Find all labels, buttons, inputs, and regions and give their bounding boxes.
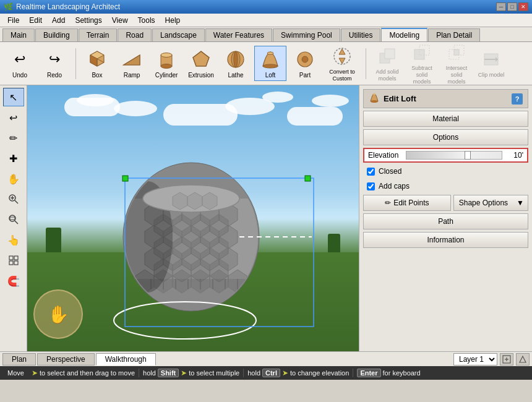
path-button[interactable]: Path [363, 213, 528, 229]
svg-rect-43 [14, 261, 18, 265]
convert-icon [331, 45, 353, 67]
tab-main[interactable]: Main [2, 28, 35, 41]
menu-add[interactable]: Add [47, 15, 70, 26]
main-area: ↖ ↩ ✏ ✚ ✋ 👆 [0, 85, 532, 351]
window-controls[interactable]: ─ □ ✕ [496, 2, 528, 11]
tab-perspective[interactable]: Perspective [37, 353, 95, 366]
addcaps-row: Add caps [363, 180, 528, 192]
menu-file[interactable]: File [2, 15, 24, 26]
layer-btn-1[interactable] [500, 353, 513, 366]
status-ctrl-icon: ➤ [282, 369, 288, 377]
addsolid-icon [376, 45, 398, 67]
viewport[interactable]: ✋ [27, 85, 359, 351]
redo-button[interactable]: ↪ Redo [38, 46, 71, 81]
svg-line-38 [15, 221, 18, 224]
tab-walkthrough[interactable]: Walkthrough [96, 353, 156, 366]
tab-swimmingpool[interactable]: Swimming Pool [273, 28, 340, 41]
cylinder-icon [155, 48, 178, 71]
editpoints-button[interactable]: ✏ Edit Points [363, 195, 451, 211]
status-move: Move [4, 369, 28, 377]
status-hold-text-1: hold [143, 369, 156, 377]
svg-line-34 [15, 200, 18, 203]
convert-button[interactable]: Convert to Custom [324, 43, 361, 85]
close-btn[interactable]: ✕ [518, 2, 528, 11]
svg-rect-29 [454, 49, 459, 55]
svg-marker-74 [520, 356, 526, 362]
shapeoptions-arrow[interactable]: ▼ [513, 195, 528, 211]
undo-icon: ↩ [9, 48, 31, 71]
elevation-slider[interactable] [406, 151, 502, 160]
lathe-button[interactable]: Lathe [220, 46, 252, 81]
shapeoptions-button[interactable]: Shape Options [453, 195, 513, 211]
part-button[interactable]: Part [289, 46, 321, 81]
closed-checkbox[interactable] [367, 168, 375, 176]
undo-label: Undo [12, 72, 27, 79]
tab-plan[interactable]: Plan [2, 353, 36, 366]
subtract-icon [411, 41, 433, 64]
information-button[interactable]: Information [363, 232, 528, 248]
svg-marker-22 [339, 58, 345, 64]
lathe-label: Lathe [228, 72, 243, 79]
svg-point-10 [161, 64, 172, 69]
shapeoptions-dropdown[interactable]: ▼ [513, 195, 528, 211]
ramp-label: Ramp [124, 72, 140, 79]
tab-landscape[interactable]: Landscape [152, 28, 205, 41]
status-enter-key: Enter [357, 369, 380, 377]
menu-view[interactable]: View [107, 15, 133, 26]
editpoints-row: ✏ Edit Points Shape Options ▼ [363, 195, 528, 211]
statusbar: Move ➤ to select and then drag to move h… [0, 366, 532, 380]
extrusion-button[interactable]: Extrusion [185, 46, 217, 81]
status-move-text: Move [7, 369, 24, 377]
ramp-button[interactable]: Ramp [116, 46, 148, 81]
toolbar: ↩ Undo ↪ Redo Box Ramp [0, 42, 532, 85]
svg-rect-39 [10, 217, 15, 220]
addsolid-button: Add solid models [371, 43, 403, 85]
tab-terrain[interactable]: Terrain [79, 28, 118, 41]
layer-select[interactable]: Layer 1 [453, 353, 497, 366]
pan-tool[interactable]: 👆 [3, 231, 24, 249]
svg-rect-40 [9, 256, 13, 260]
tab-building[interactable]: Building [35, 28, 78, 41]
menu-settings[interactable]: Settings [70, 15, 106, 26]
svg-point-17 [267, 52, 273, 54]
minimize-btn[interactable]: ─ [496, 2, 506, 11]
snap-tool[interactable]: 🧲 [3, 272, 24, 290]
zoombox-tool[interactable] [3, 210, 24, 229]
extrusion-label: Extrusion [188, 72, 214, 79]
material-button[interactable]: Material [363, 111, 528, 127]
hand-tool[interactable]: ✋ [3, 169, 24, 188]
grid-tool[interactable] [3, 251, 24, 270]
tab-road[interactable]: Road [118, 28, 152, 41]
cylinder-button[interactable]: Cylinder [150, 46, 182, 81]
loft-button[interactable]: Loft [254, 46, 286, 81]
part-icon [294, 48, 316, 71]
undo-tool[interactable]: ↩ [3, 108, 24, 127]
box-button[interactable]: Box [81, 46, 113, 81]
draw-tool[interactable]: ✏ [3, 129, 24, 147]
layer-btn-2[interactable] [516, 353, 530, 366]
clipmodel-label: Clip model [478, 72, 505, 79]
maximize-btn[interactable]: □ [507, 2, 517, 11]
ramp-icon [121, 48, 143, 71]
elevation-value: 10' [506, 151, 523, 160]
menu-edit[interactable]: Edit [24, 15, 47, 26]
tab-waterfeatures[interactable]: Water Features [205, 28, 272, 41]
subtract-button: Subtract solid models [406, 39, 438, 87]
help-button[interactable]: ? [512, 93, 523, 105]
crosshair-tool[interactable]: ✚ [3, 149, 24, 168]
zoom-tool[interactable] [3, 190, 24, 208]
options-button[interactable]: Options [363, 129, 528, 145]
nav-compass[interactable]: ✋ [33, 289, 83, 339]
addsolid-label: Add solid models [373, 69, 401, 82]
menu-tools[interactable]: Tools [133, 15, 160, 26]
tab-utilities[interactable]: Utilities [341, 28, 381, 41]
left-toolbar: ↖ ↩ ✏ ✚ ✋ 👆 [0, 85, 27, 351]
menu-help[interactable]: Help [160, 15, 186, 26]
svg-point-16 [263, 64, 278, 68]
addcaps-checkbox[interactable] [367, 182, 375, 190]
undo-button[interactable]: ↩ Undo [4, 46, 36, 81]
editpoints-icon: ✏ [385, 199, 391, 207]
elevation-row: Elevation 10' [363, 148, 528, 163]
select-tool[interactable]: ↖ [3, 88, 24, 106]
app-title: 🌿 Realtime Landscaping Architect [4, 2, 120, 11]
